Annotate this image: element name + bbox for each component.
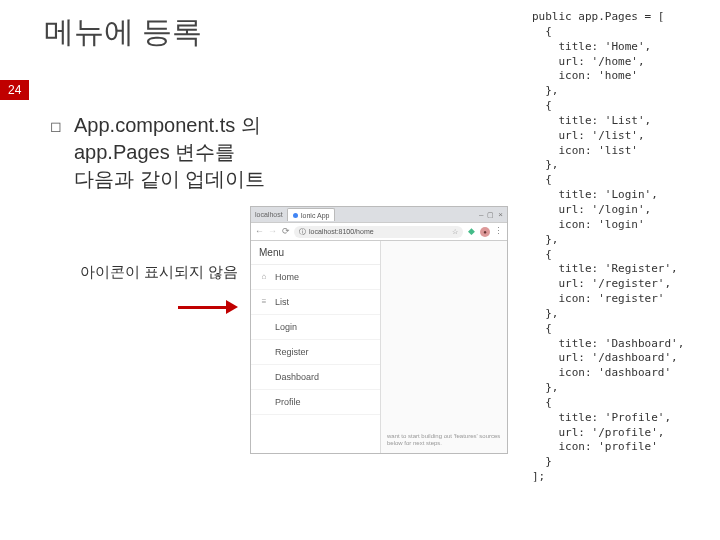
- browser-address-bar: ← → ⟳ ⓘ localhost:8100/home ☆ ◆ ● ⋮: [251, 223, 507, 241]
- favicon-icon: [293, 213, 298, 218]
- side-menu: Menu ⌂ Home ≡ List Login Register Dashbo…: [251, 241, 381, 453]
- forward-icon[interactable]: →: [268, 227, 277, 236]
- browser-screenshot: localhost Ionic App – ▢ × ← → ⟳ ⓘ localh…: [250, 206, 508, 454]
- menu-dots-icon[interactable]: ⋮: [494, 227, 503, 236]
- info-icon: ⓘ: [299, 226, 306, 238]
- browser-tab-bar: localhost Ionic App – ▢ ×: [251, 207, 507, 223]
- bullet-square-icon: ◻: [50, 118, 62, 134]
- window-title: localhost: [255, 211, 283, 218]
- placeholder-icon: [259, 397, 269, 407]
- tab-label: Ionic App: [301, 212, 330, 219]
- placeholder-icon: [259, 322, 269, 332]
- menu-header: Menu: [251, 241, 380, 265]
- code-snippet: public app.Pages = [ { title: 'Home', ur…: [532, 10, 710, 485]
- bullet-line-3: 다음과 같이 업데이트: [74, 168, 265, 190]
- url-text: localhost:8100/home: [309, 226, 374, 238]
- placeholder-icon: [259, 347, 269, 357]
- menu-item-dashboard[interactable]: Dashboard: [251, 365, 380, 390]
- menu-item-home[interactable]: ⌂ Home: [251, 265, 380, 290]
- bullet-line-2: app.Pages 변수를: [74, 141, 235, 163]
- arrow-head-icon: [226, 300, 238, 314]
- menu-label: Register: [275, 347, 309, 357]
- menu-item-profile[interactable]: Profile: [251, 390, 380, 415]
- menu-label: Profile: [275, 397, 301, 407]
- menu-label: Home: [275, 272, 299, 282]
- arrow-annotation: [178, 302, 240, 312]
- star-icon[interactable]: ☆: [452, 226, 458, 238]
- back-icon[interactable]: ←: [255, 227, 264, 236]
- app-content: want to start building out 'features' so…: [381, 241, 507, 453]
- menu-label: List: [275, 297, 289, 307]
- bullet-item: ◻ App.component.ts 의 app.Pages 변수를 다음과 같…: [50, 112, 390, 193]
- url-input[interactable]: ⓘ localhost:8100/home ☆: [294, 226, 463, 238]
- home-icon: ⌂: [259, 272, 269, 282]
- browser-tab[interactable]: Ionic App: [287, 208, 336, 221]
- maximize-icon[interactable]: ▢: [487, 211, 494, 219]
- avatar[interactable]: ●: [480, 227, 490, 237]
- menu-label: Dashboard: [275, 372, 319, 382]
- menu-label: Login: [275, 322, 297, 332]
- content-hint: want to start building out 'features' so…: [387, 433, 501, 447]
- menu-item-login[interactable]: Login: [251, 315, 380, 340]
- placeholder-icon: [259, 372, 269, 382]
- menu-item-list[interactable]: ≡ List: [251, 290, 380, 315]
- page-number-badge: 24: [0, 80, 29, 100]
- bullet-text: App.component.ts 의 app.Pages 변수를 다음과 같이 …: [74, 112, 265, 193]
- extension-icon[interactable]: ◆: [467, 227, 476, 236]
- minimize-icon[interactable]: –: [479, 210, 483, 219]
- arrow-line: [178, 306, 228, 309]
- menu-item-register[interactable]: Register: [251, 340, 380, 365]
- app-viewport: Menu ⌂ Home ≡ List Login Register Dashbo…: [251, 241, 507, 453]
- list-icon: ≡: [259, 297, 269, 307]
- close-icon[interactable]: ×: [498, 210, 503, 219]
- reload-icon[interactable]: ⟳: [281, 227, 290, 236]
- bullet-line-1: App.component.ts 의: [74, 114, 261, 136]
